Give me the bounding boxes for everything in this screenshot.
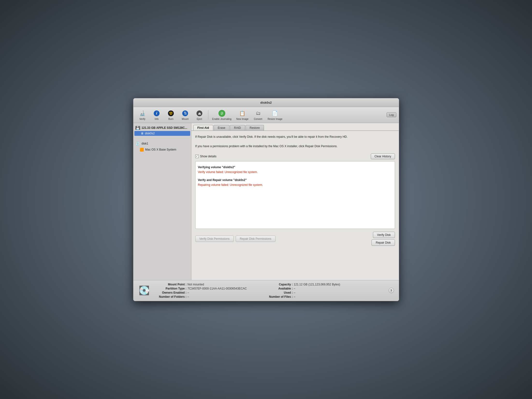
- sidebar-item-disk0s2[interactable]: 🖥 disk0s2: [134, 131, 190, 136]
- log-button[interactable]: Log: [386, 112, 396, 117]
- disk0-label: 121.33 GB APPLE SSD SM128C...: [142, 126, 187, 130]
- used-label: Used :: [261, 291, 293, 294]
- partition-type-label: Partition Type :: [155, 287, 187, 290]
- new-image-icon: 📋: [239, 109, 246, 117]
- panel-buttons-right: Verify Disk Repair Disk: [372, 232, 395, 246]
- help-button[interactable]: ?: [389, 288, 394, 293]
- tab-restore[interactable]: Restore: [246, 125, 264, 131]
- log-entry-1-title: Verifying volume "disk0s2": [198, 165, 392, 170]
- eject-label: Eject: [197, 118, 202, 120]
- panel-content: If Repair Disk is unavailable, click Ver…: [191, 131, 399, 280]
- mount-icon: ⇅: [181, 109, 189, 117]
- enable-journaling-label: Enable Journaling: [212, 118, 232, 120]
- tab-bar: First Aid Erase RAID Restore: [191, 123, 399, 131]
- panel-buttons: Verify Disk Permissions Repair Disk Perm…: [195, 232, 395, 246]
- convert-label: Convert: [254, 118, 262, 120]
- number-of-files-row: Number of Files : –: [261, 295, 340, 298]
- sidebar: 💾 121.33 GB APPLE SSD SM128C... 🖥 disk0s…: [133, 123, 191, 280]
- toolbar-mount[interactable]: ⇅ Mount: [179, 109, 192, 121]
- right-panel: First Aid Erase RAID Restore If Repair D…: [191, 123, 399, 280]
- tab-erase[interactable]: Erase: [214, 125, 229, 131]
- description2: If you have a permissions problem with a…: [195, 144, 395, 149]
- status-info: Mount Point : Not mounted Partition Type…: [155, 283, 384, 298]
- disk1-label: disk1: [142, 142, 148, 145]
- number-of-folders-label: Number of Folders :: [155, 295, 187, 298]
- number-of-folders-row: Number of Folders : –: [155, 295, 247, 298]
- window-title: disk0s2: [260, 101, 272, 104]
- title-bar: disk0s2: [133, 98, 399, 107]
- mac-os-x-base-label: Mac OS X Base System: [145, 148, 176, 151]
- used-row: Used : –: [261, 291, 340, 294]
- mount-point-label: Mount Point :: [155, 283, 187, 286]
- show-details-left: ✓ Show details: [195, 155, 217, 158]
- status-col-left: Mount Point : Not mounted Partition Type…: [155, 283, 247, 298]
- mount-label: Mount: [182, 118, 189, 120]
- log-entry-1-error: Verify volume failed: Unrecognized file …: [198, 170, 392, 174]
- owners-enabled-value: –: [188, 291, 189, 294]
- disk-utility-window: disk0s2 🔬 Verify i Info Burn: [133, 98, 399, 301]
- tab-first-aid[interactable]: First Aid: [193, 125, 213, 131]
- desktop: disk0s2 🔬 Verify i Info Burn: [0, 0, 532, 399]
- show-details-row: ✓ Show details Clear History: [195, 153, 395, 159]
- capacity-label: Capacity :: [261, 283, 293, 286]
- tab-raid[interactable]: RAID: [230, 125, 245, 131]
- number-of-files-label: Number of Files :: [261, 295, 293, 298]
- log-entry-2-error: Repairing volume failed: Unrecognized fi…: [198, 182, 392, 187]
- verify-label: Verify: [139, 118, 145, 120]
- burn-icon: [167, 109, 175, 117]
- description1: If Repair Disk is unavailable, click Ver…: [195, 135, 395, 139]
- partition-type-row: Partition Type : 7C3457EF-0000-11AA-AA11…: [155, 287, 247, 290]
- toolbar-resize-image[interactable]: 📄 Resize Image: [266, 109, 284, 121]
- disk1-icon: 💿: [135, 141, 140, 146]
- number-of-folders-value: –: [188, 295, 189, 298]
- owners-enabled-row: Owners Enabled : –: [155, 291, 247, 294]
- toolbar-separator: [208, 110, 208, 120]
- available-label: Available :: [261, 287, 293, 290]
- main-content: 💾 121.33 GB APPLE SSD SM128C... 🖥 disk0s…: [133, 123, 399, 280]
- mount-point-row: Mount Point : Not mounted: [155, 283, 247, 286]
- repair-disk-permissions-button[interactable]: Repair Disk Permissions: [236, 236, 276, 242]
- resize-image-icon: 📄: [271, 109, 279, 117]
- disk0-icon: 💾: [135, 126, 140, 130]
- sidebar-item-disk0[interactable]: 💾 121.33 GB APPLE SSD SM128C...: [133, 125, 191, 131]
- toolbar-new-image[interactable]: 📋 New Image: [234, 109, 251, 121]
- toolbar-convert[interactable]: 🗂 Convert: [251, 109, 265, 121]
- used-value: –: [294, 291, 295, 294]
- info-icon: i: [153, 109, 160, 117]
- verify-disk-button[interactable]: Verify Disk: [373, 232, 395, 238]
- partition-type-value: 7C3457EF-0000-11AA-AA11-00306543ECAC: [188, 287, 247, 290]
- show-details-checkbox[interactable]: ✓: [195, 155, 199, 158]
- toolbar-eject[interactable]: ⏏ Eject: [193, 109, 206, 121]
- sidebar-item-disk1[interactable]: 💿 disk1: [133, 140, 191, 147]
- clear-history-button[interactable]: Clear History: [371, 153, 395, 159]
- number-of-files-value: –: [294, 295, 295, 298]
- available-value: –: [294, 287, 295, 290]
- verify-icon: 🔬: [138, 109, 146, 117]
- burn-label: Burn: [168, 118, 173, 120]
- sidebar-item-mac-os-x-base[interactable]: 🟧 Mac OS X Base System: [133, 147, 191, 152]
- toolbar-verify[interactable]: 🔬 Verify: [136, 109, 149, 121]
- new-image-label: New Image: [236, 118, 249, 120]
- resize-image-label: Resize Image: [268, 118, 282, 120]
- toolbar-info[interactable]: i Info: [150, 109, 163, 121]
- toolbar-enable-journaling[interactable]: J Enable Journaling: [210, 109, 233, 121]
- mac-os-x-base-icon: 🟧: [140, 148, 144, 152]
- toolbar-burn[interactable]: Burn: [164, 109, 178, 121]
- disk0s2-label: disk0s2: [145, 132, 155, 135]
- disk0s2-icon: 🖥: [141, 132, 144, 135]
- convert-icon: 🗂: [254, 109, 262, 117]
- enable-journaling-icon: J: [218, 109, 226, 117]
- capacity-row: Capacity : 121.12 GB (121,123,069,952 By…: [261, 283, 340, 286]
- status-bar: 💽 Mount Point : Not mounted Partition Ty…: [133, 280, 399, 301]
- show-details-label: Show details: [200, 155, 217, 158]
- panel-buttons-left: Verify Disk Permissions Repair Disk Perm…: [195, 236, 276, 242]
- log-area: Verifying volume "disk0s2" Verify volume…: [195, 161, 395, 229]
- available-row: Available : –: [261, 287, 340, 290]
- eject-icon: ⏏: [196, 109, 203, 117]
- toolbar: 🔬 Verify i Info Burn ⇅ Mount: [133, 107, 399, 123]
- disk-icon-large: 💽: [138, 284, 150, 297]
- repair-disk-button[interactable]: Repair Disk: [372, 239, 395, 246]
- mount-point-value: Not mounted: [188, 283, 204, 286]
- verify-disk-permissions-button[interactable]: Verify Disk Permissions: [195, 236, 234, 242]
- log-entry-2-title: Verify and Repair volume "disk0s2": [198, 178, 392, 182]
